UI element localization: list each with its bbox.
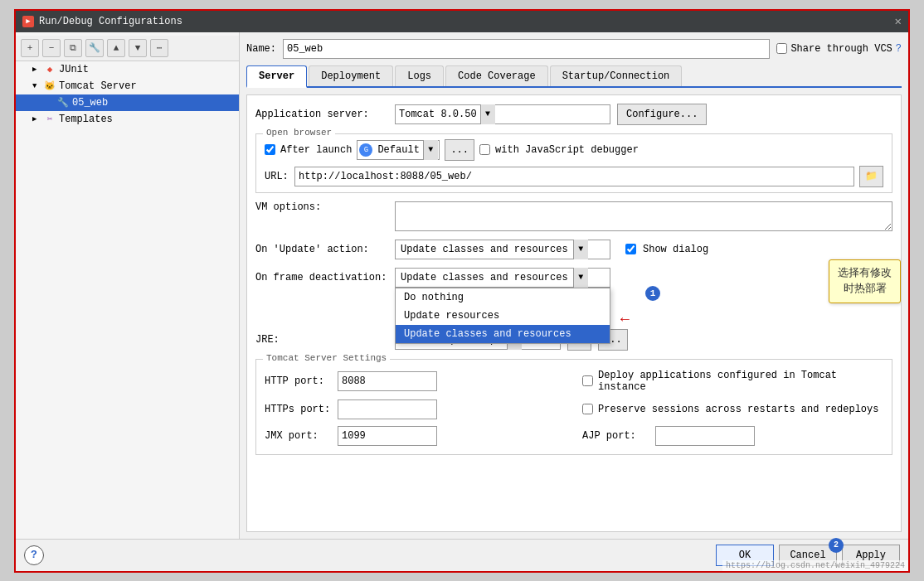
after-launch-checkbox[interactable] bbox=[265, 144, 275, 155]
on-frame-label: On frame deactivation: bbox=[255, 272, 388, 283]
after-launch-label: After launch bbox=[280, 144, 352, 156]
https-port-input[interactable] bbox=[338, 399, 437, 419]
url-folder-button[interactable]: 📁 bbox=[859, 166, 883, 187]
browser-value: Default bbox=[374, 144, 422, 156]
templates-icon: ✂ bbox=[44, 114, 56, 125]
dropdown-update-classes-resources[interactable]: Update classes and resources bbox=[396, 325, 610, 343]
http-port-input[interactable] bbox=[338, 371, 437, 391]
preserve-sessions-row: Preserve sessions across restarts and re… bbox=[582, 399, 883, 419]
tabs-bar: Server Deployment Logs Code Coverage Sta… bbox=[246, 65, 902, 88]
on-frame-arrow: ▼ bbox=[573, 268, 588, 288]
app-server-value: Tomcat 8.0.50 bbox=[396, 109, 480, 120]
share-checkbox[interactable] bbox=[776, 43, 787, 54]
on-frame-value: Update classes and resources bbox=[396, 272, 573, 283]
on-frame-select[interactable]: Update classes and resources ▼ bbox=[395, 268, 610, 288]
on-update-arrow: ▼ bbox=[573, 240, 588, 259]
share-label: Share through VCS bbox=[790, 43, 892, 55]
ajp-port-row: AJP port: bbox=[582, 426, 883, 446]
on-update-value: Update classes and resources bbox=[396, 244, 573, 255]
vm-options-input[interactable] bbox=[395, 201, 892, 231]
circle-badge-1: 1 bbox=[645, 286, 660, 301]
main-content: + − ⧉ 🔧 ▲ ▼ ⋯ ▶ ◆ JUnit ▼ 🐱 Tomcat Serve… bbox=[16, 32, 908, 539]
browser-icon: G bbox=[359, 143, 372, 157]
tomcat-icon: 🐱 bbox=[44, 80, 56, 92]
tab-deployment[interactable]: Deployment bbox=[309, 65, 393, 86]
down-button[interactable]: ▼ bbox=[129, 39, 147, 57]
up-button[interactable]: ▲ bbox=[107, 39, 125, 57]
more-button[interactable]: ⋯ bbox=[150, 39, 168, 57]
app-server-select[interactable]: Tomcat 8.0.50 ▼ bbox=[395, 104, 610, 124]
js-debugger-checkbox[interactable] bbox=[479, 144, 490, 155]
preserve-sessions-checkbox[interactable] bbox=[582, 404, 593, 414]
junit-icon: ◆ bbox=[44, 64, 56, 75]
url-label: URL: bbox=[265, 171, 289, 182]
open-browser-section: Open browser After launch G Default ▼ ..… bbox=[255, 133, 892, 193]
name-row: Name: Share through VCS ? bbox=[246, 39, 902, 59]
server-settings-label: Tomcat Server Settings bbox=[263, 353, 390, 363]
ajp-port-input[interactable] bbox=[655, 426, 755, 446]
tree-arrow-tomcat: ▼ bbox=[32, 82, 41, 90]
url-input[interactable] bbox=[294, 167, 854, 186]
annotation-bubble: 选择有修改 时热部署 bbox=[829, 259, 901, 303]
http-port-label: HTTP port: bbox=[265, 375, 331, 387]
vm-options-row: VM options: bbox=[255, 201, 892, 231]
preserve-sessions-label: Preserve sessions across restarts and re… bbox=[598, 404, 878, 415]
right-panel: Name: Share through VCS ? Server Deploym… bbox=[240, 32, 908, 539]
sidebar-item-05web-label: 05_web bbox=[72, 97, 108, 109]
title-bar: ▶ Run/Debug Configurations ✕ bbox=[16, 11, 908, 32]
name-label: Name: bbox=[246, 43, 276, 55]
sidebar: + − ⧉ 🔧 ▲ ▼ ⋯ ▶ ◆ JUnit ▼ 🐱 Tomcat Serve… bbox=[16, 32, 240, 539]
deploy-apps-row: Deploy applications configured in Tomcat… bbox=[582, 370, 883, 393]
jmx-port-row: JMX port: bbox=[265, 426, 566, 446]
sidebar-item-templates[interactable]: ▶ ✂ Templates bbox=[16, 111, 239, 128]
on-update-select[interactable]: Update classes and resources ▼ bbox=[395, 240, 610, 259]
add-button[interactable]: + bbox=[21, 39, 39, 57]
show-dialog-label: Show dialog bbox=[643, 244, 708, 255]
deploy-apps-checkbox[interactable] bbox=[582, 375, 593, 386]
remove-button[interactable]: − bbox=[42, 39, 61, 57]
url-row: URL: 📁 bbox=[265, 166, 883, 187]
on-update-row: On 'Update' action: Update classes and r… bbox=[255, 240, 892, 259]
tab-code-coverage[interactable]: Code Coverage bbox=[445, 65, 548, 86]
copy-button[interactable]: ⧉ bbox=[64, 39, 82, 57]
sidebar-item-05web[interactable]: 🔧 05_web bbox=[16, 94, 239, 111]
title-bar-left: ▶ Run/Debug Configurations bbox=[22, 16, 182, 27]
tab-server[interactable]: Server bbox=[246, 65, 307, 88]
sidebar-toolbar: + − ⧉ 🔧 ▲ ▼ ⋯ bbox=[16, 36, 239, 61]
show-dialog-checkbox[interactable] bbox=[625, 244, 636, 254]
on-frame-dropdown-menu: Do nothing Update resources Update class… bbox=[395, 288, 610, 344]
configure-button[interactable]: Configure... bbox=[617, 104, 707, 125]
watermark: https://blog.csdn.net/weixin_4979224 bbox=[722, 560, 908, 571]
jmx-port-label: JMX port: bbox=[265, 430, 331, 442]
app-server-arrow: ▼ bbox=[480, 104, 495, 124]
tab-logs[interactable]: Logs bbox=[395, 65, 444, 86]
after-launch-row: After launch G Default ▼ ... with JavaSc… bbox=[265, 139, 883, 161]
dropdown-do-nothing[interactable]: Do nothing bbox=[396, 288, 610, 307]
on-frame-dropdown-container: Update classes and resources ▼ Do nothin… bbox=[395, 268, 610, 288]
circle-badge-2: 2 bbox=[829, 538, 844, 553]
dialog-title: Run/Debug Configurations bbox=[39, 16, 182, 27]
http-port-row: HTTP port: bbox=[265, 370, 566, 393]
sidebar-item-tomcat-label: Tomcat Server bbox=[59, 80, 137, 92]
js-debugger-label: with JavaScript debugger bbox=[495, 144, 639, 156]
arrow-indicator: ← bbox=[620, 311, 630, 327]
on-update-label: On 'Update' action: bbox=[255, 244, 388, 255]
help-button[interactable]: ? bbox=[24, 545, 44, 565]
browser-arrow: ▼ bbox=[423, 140, 438, 160]
ajp-port-label: AJP port: bbox=[582, 430, 649, 442]
share-checkbox-row: Share through VCS ? bbox=[776, 43, 902, 55]
form-area: Application server: Tomcat 8.0.50 ▼ Conf… bbox=[246, 94, 902, 532]
tree-arrow-junit: ▶ bbox=[32, 65, 41, 74]
dropdown-update-resources[interactable]: Update resources bbox=[396, 307, 610, 325]
tab-startup-connection[interactable]: Startup/Connection bbox=[550, 65, 683, 86]
close-button[interactable]: ✕ bbox=[895, 14, 902, 28]
https-port-label: HTTPs port: bbox=[265, 404, 331, 415]
browser-select[interactable]: G Default ▼ bbox=[357, 140, 440, 160]
wrench-button[interactable]: 🔧 bbox=[85, 39, 104, 57]
sidebar-item-tomcat[interactable]: ▼ 🐱 Tomcat Server bbox=[16, 78, 239, 94]
browser-extra-button[interactable]: ... bbox=[445, 139, 474, 161]
jmx-port-input[interactable] bbox=[338, 426, 437, 446]
deploy-apps-label: Deploy applications configured in Tomcat… bbox=[598, 370, 883, 393]
sidebar-item-junit[interactable]: ▶ ◆ JUnit bbox=[16, 61, 239, 78]
name-input[interactable] bbox=[283, 39, 770, 59]
